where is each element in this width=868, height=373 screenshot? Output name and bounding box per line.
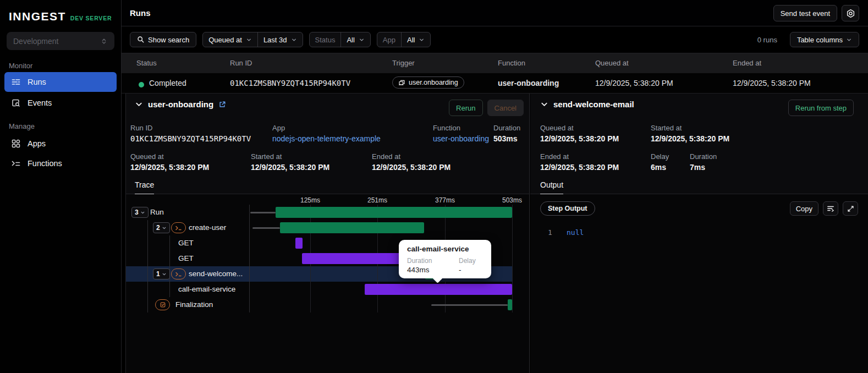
sidebar-item-apps[interactable]: Apps [4, 134, 117, 153]
collapse-count-badge[interactable]: 3 [131, 207, 149, 218]
span-bar-run[interactable] [276, 207, 512, 218]
events-icon [11, 98, 21, 108]
queue-delay-line [252, 227, 280, 229]
step-detail-title: send-welcome-email [553, 100, 634, 109]
workspace-select[interactable]: Development [7, 32, 114, 50]
expand-button[interactable] [843, 201, 858, 216]
trace-row-create-user[interactable]: 2create-user [126, 220, 513, 235]
status-filter-value: All [347, 36, 354, 44]
event-icon [398, 79, 405, 86]
tab-trace[interactable]: Trace [135, 180, 154, 195]
sidebar-item-runs[interactable]: Runs [4, 72, 117, 92]
queued-at-dropdown[interactable]: Queued at [203, 32, 257, 47]
manage-section-label: Manage [9, 122, 35, 130]
status-filter-group: Status All [309, 32, 371, 47]
tooltip-duration-value: 443ms [407, 266, 430, 274]
trace-waterfall: 503ms377ms251ms125ms 3Run2create-userGET… [126, 194, 529, 373]
tooltip-title: call-email-service [407, 245, 469, 253]
axis-tick-label: 377ms [435, 196, 455, 204]
collapse-chevron-icon[interactable] [540, 100, 548, 108]
ended-at-label: Ended at [372, 152, 400, 161]
finalization-icon [155, 299, 170, 310]
step-output-chip-label: Step Output [548, 205, 587, 212]
trace-row-label: Run [150, 208, 164, 216]
span-bar-finalization[interactable] [508, 299, 512, 310]
span-bar-get[interactable] [295, 238, 303, 249]
app-filter-dropdown[interactable]: All [401, 32, 430, 47]
send-test-event-button[interactable]: Send test event [773, 5, 837, 21]
word-wrap-icon [827, 205, 834, 212]
chevron-down-icon [419, 37, 425, 43]
table-row[interactable]: Completed 01KC1ZMSBNY9ZQT415RP94K0TV use… [122, 73, 868, 94]
code-line-number: 1 [548, 228, 552, 237]
function-cell: user-onboarding [498, 79, 559, 87]
function-label: Function [433, 124, 460, 132]
runs-table-header: Status Run ID Trigger Function Queued at… [122, 53, 868, 73]
trace-row-label: GET [178, 239, 194, 247]
step-ended-label: Ended at [540, 152, 569, 161]
tree-guide-line [147, 220, 148, 312]
step-detail-panel: send-welcome-email Rerun from step Queue… [530, 94, 868, 373]
queue-delay-line [431, 304, 508, 306]
trace-row-finalization[interactable]: Finalization [126, 297, 513, 312]
time-range-dropdown[interactable]: Last 3d [257, 32, 303, 47]
page-title: Runs [130, 8, 151, 18]
queued-at-label: Queued at [130, 152, 164, 161]
status-filter-label-seg: Status [310, 32, 341, 47]
copy-button[interactable]: Copy [790, 201, 818, 216]
step-run-icon [171, 268, 186, 279]
status-filter-dropdown[interactable]: All [340, 32, 370, 47]
sidebar-item-functions[interactable]: Functions [4, 153, 117, 173]
axis-tick-label: 251ms [367, 196, 387, 204]
function-link[interactable]: user-onboarding [433, 134, 489, 143]
column-status: Status [136, 59, 157, 67]
tab-output[interactable]: Output [540, 180, 563, 195]
step-queued-label: Queued at [540, 124, 574, 132]
step-output-chip[interactable]: Step Output [540, 201, 595, 216]
external-link-icon[interactable] [218, 101, 226, 108]
show-search-button[interactable]: Show search [130, 32, 196, 47]
apps-icon [11, 139, 21, 149]
collapse-chevron-icon[interactable] [135, 100, 143, 108]
chevron-up-down-icon [100, 37, 108, 45]
workspace-select-value: Development [13, 37, 59, 46]
trace-row-call-email-service[interactable]: call-email-service [126, 282, 513, 297]
trigger-badge[interactable]: user.onboarding [392, 76, 464, 89]
run-id-value: 01KC1ZMSBNY9ZQT415RP94K0TV [130, 134, 251, 143]
rerun-button[interactable]: Rerun [449, 100, 482, 116]
column-ended-at: Ended at [733, 59, 761, 67]
table-columns-button[interactable]: Table columns [790, 32, 859, 47]
queue-delay-line [250, 212, 276, 213]
step-duration-label: Duration [690, 152, 717, 161]
run-detail-panel: user-onboarding Rerun Cancel Run ID 01KC… [125, 94, 530, 373]
rerun-from-step-button[interactable]: Rerun from step [788, 100, 854, 116]
collapse-count-badge[interactable]: 2 [153, 222, 170, 233]
step-detail-tabs: Output [530, 177, 868, 194]
app-link[interactable]: nodejs-open-telemetry-example [272, 134, 381, 143]
app-label: App [272, 124, 285, 132]
table-columns-label: Table columns [797, 36, 843, 44]
word-wrap-button[interactable] [823, 201, 838, 216]
app-root: INNGEST DEV SERVER Development Monitor R… [0, 0, 868, 373]
ended-at-cell: 12/9/2025, 5:38:20 PM [733, 79, 811, 87]
app-filter-group: App All [377, 32, 431, 47]
output-area: Step Output Copy 1 [530, 194, 868, 373]
runs-icon [11, 77, 21, 87]
code-null-value: null [567, 228, 584, 237]
span-bar-call-email-service[interactable] [365, 284, 512, 295]
monitor-section-label: Monitor [9, 62, 32, 70]
collapse-count-badge[interactable]: 1 [153, 268, 170, 279]
step-ended-value: 12/9/2025, 5:38:20 PM [540, 163, 619, 172]
sidebar-item-events[interactable]: Events [4, 93, 117, 113]
span-bar-create-user[interactable] [280, 222, 424, 233]
trace-row-run[interactable]: 3Run [126, 205, 513, 220]
tooltip-duration-label: Duration [407, 257, 432, 265]
cancel-button[interactable]: Cancel [487, 100, 524, 116]
run-detail-tabs: Trace [126, 177, 529, 194]
step-delay-value: 6ms [651, 163, 666, 172]
step-started-label: Started at [651, 124, 682, 132]
trace-row-label: Finalization [175, 300, 213, 309]
sidebar-item-apps-label: Apps [28, 139, 46, 148]
chevron-down-icon [291, 37, 297, 43]
settings-button[interactable] [842, 5, 859, 21]
